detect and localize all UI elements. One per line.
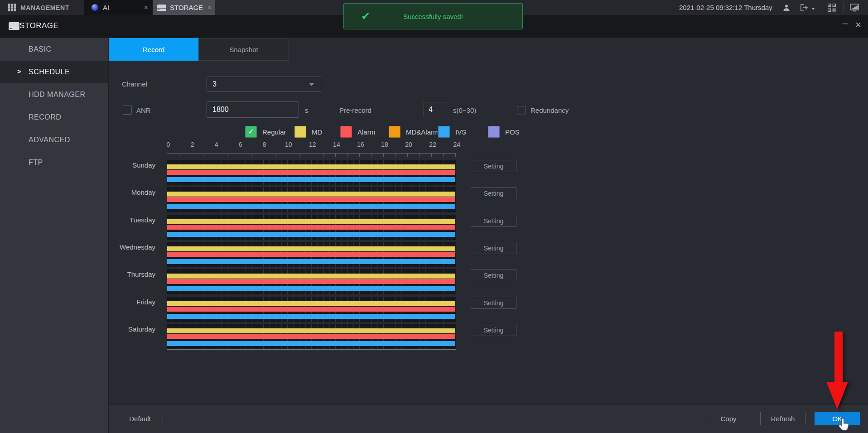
- arrow-head-icon: [826, 382, 848, 409]
- legend-checkbox-md[interactable]: [294, 126, 306, 138]
- legend-label: MD&Alarm: [406, 128, 439, 136]
- anr-input[interactable]: [207, 101, 299, 118]
- sidebar-item-label: BASIC: [29, 38, 52, 61]
- storage-tab-label: STORAGE: [170, 4, 203, 11]
- schedule-track-sunday[interactable]: [167, 160, 456, 185]
- axis-tick-label: 0: [167, 141, 170, 148]
- schedule-track-wednesday[interactable]: [167, 242, 456, 267]
- grid-icon: [8, 4, 16, 11]
- axis-tick-label: 16: [357, 141, 364, 148]
- datetime-text: 2021-02-25 09:32:12 Thursday: [679, 0, 772, 15]
- tab-record[interactable]: Record: [109, 38, 198, 61]
- tab-snapshot[interactable]: Snapshot: [198, 38, 289, 61]
- time-ruler: [167, 153, 456, 157]
- sidebar-item-label: FTP: [29, 151, 43, 174]
- prerecord-unit-label: s(0~30): [453, 106, 476, 114]
- schedule-track-thursday[interactable]: [167, 269, 456, 294]
- legend-checkbox-regular[interactable]: ✓: [245, 126, 257, 138]
- sidebar-item-label: HDD MANAGER: [29, 83, 86, 106]
- schedule-bar-ivs: [167, 232, 455, 237]
- chart-baseline: [167, 349, 456, 350]
- schedule-bar-md: [167, 164, 455, 169]
- setting-button-monday[interactable]: Setting: [471, 187, 516, 199]
- legend-label: MD: [312, 128, 322, 136]
- top-tab-storage[interactable]: STORAGE ×: [153, 0, 215, 15]
- chevron-down-icon: [309, 83, 314, 86]
- axis-tick-label: 12: [309, 141, 316, 148]
- axis-tick-label: 20: [405, 141, 412, 148]
- sidebar-item-hdd-manager[interactable]: >HDD MANAGER: [0, 83, 109, 106]
- sidebar-item-schedule[interactable]: >SCHEDULE: [0, 61, 109, 83]
- copy-button[interactable]: Copy: [706, 412, 751, 425]
- legend-checkbox-ivs[interactable]: [438, 126, 450, 138]
- anr-checkbox[interactable]: [123, 106, 132, 115]
- default-button[interactable]: Default: [117, 412, 163, 425]
- close-button[interactable]: ×: [855, 20, 861, 30]
- hand-cursor-icon: [838, 418, 849, 432]
- sidebar-item-label: ADVANCED: [29, 129, 70, 151]
- active-item-arrow-icon: >: [17, 61, 21, 83]
- setting-button-friday[interactable]: Setting: [471, 297, 516, 309]
- schedule-bar-md: [167, 246, 455, 251]
- setting-button-thursday[interactable]: Setting: [471, 269, 516, 281]
- topbar-separator: [844, 2, 844, 13]
- minimize-button[interactable]: –: [843, 18, 848, 29]
- axis-tick-label: 6: [239, 141, 242, 148]
- schedule-track-monday[interactable]: [167, 187, 456, 212]
- setting-button-tuesday[interactable]: Setting: [471, 215, 516, 227]
- logout-button[interactable]: [800, 0, 815, 15]
- channel-dropdown[interactable]: 3: [207, 77, 321, 92]
- legend-label: Regular: [262, 128, 286, 136]
- sidebar-item-record[interactable]: >RECORD: [0, 106, 109, 129]
- ai-tab-close-icon[interactable]: ×: [144, 4, 148, 11]
- user-button[interactable]: [782, 0, 791, 15]
- schedule-track-friday[interactable]: [167, 297, 456, 322]
- storage-disk-icon: [157, 5, 166, 11]
- schedule-track-saturday[interactable]: [167, 324, 456, 349]
- arrow-shaft: [834, 332, 843, 382]
- axis-tick-label: 14: [333, 141, 340, 148]
- footer-bar: [109, 404, 868, 433]
- success-toast: ✔ Successfully saved!: [343, 3, 523, 29]
- toast-message: Successfully saved!: [344, 4, 522, 29]
- schedule-bar-ivs: [167, 341, 455, 346]
- ai-tab-label: AI: [103, 4, 109, 11]
- schedule-bar-alarm: [167, 307, 455, 312]
- axis-tick-label: 10: [285, 141, 292, 148]
- setting-button-sunday[interactable]: Setting: [471, 160, 516, 172]
- prerecord-label: Pre-record: [339, 106, 371, 114]
- refresh-button[interactable]: Refresh: [760, 412, 805, 425]
- schedule-bar-ivs: [167, 286, 455, 291]
- schedule-bar-md: [167, 328, 455, 333]
- sidebar-item-advanced[interactable]: >ADVANCED: [0, 129, 109, 151]
- anr-unit-label: s: [305, 106, 309, 114]
- top-tab-ai[interactable]: AI ×: [84, 0, 153, 15]
- sidebar-item-basic[interactable]: >BASIC: [0, 38, 109, 61]
- logout-caret-icon: [811, 8, 815, 10]
- storage-tab-close-icon[interactable]: ×: [207, 4, 212, 11]
- axis-tick-label: 18: [381, 141, 388, 148]
- schedule-bar-alarm: [167, 225, 455, 230]
- redundancy-checkbox[interactable]: [517, 106, 526, 115]
- legend-checkbox-pos[interactable]: [488, 126, 500, 138]
- prerecord-input[interactable]: [424, 102, 447, 117]
- window-title: STORAGE: [19, 15, 58, 37]
- schedule-track-tuesday[interactable]: [167, 215, 456, 240]
- setting-button-saturday[interactable]: Setting: [471, 324, 516, 336]
- channel-label: Channel: [122, 80, 147, 88]
- axis-tick-label: 22: [429, 141, 436, 148]
- topbar-separator: [773, 2, 773, 13]
- setting-button-wednesday[interactable]: Setting: [471, 242, 516, 254]
- axis-tick-label: 4: [215, 141, 218, 148]
- anr-label: ANR: [136, 106, 151, 114]
- axis-tick-label: 2: [191, 141, 194, 148]
- qr-code-button[interactable]: [828, 0, 836, 15]
- management-menu[interactable]: MANAGEMENT: [0, 0, 84, 15]
- ok-button[interactable]: OK: [815, 412, 860, 425]
- legend-checkbox-md-alarm[interactable]: [389, 126, 400, 138]
- axis-tick-label: 8: [263, 141, 266, 148]
- display-output-button[interactable]: [850, 0, 859, 15]
- checkmark-icon: ✓: [248, 128, 254, 135]
- ai-icon: [92, 4, 98, 11]
- legend-checkbox-alarm[interactable]: [340, 126, 352, 138]
